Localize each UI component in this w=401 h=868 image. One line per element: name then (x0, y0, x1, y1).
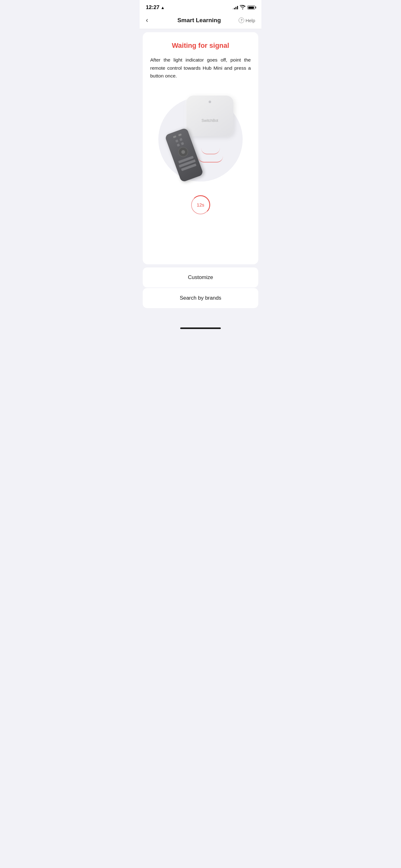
battery-fill (248, 6, 254, 9)
remote-btn-row-2 (176, 142, 183, 147)
timer-value: 12s (197, 202, 204, 208)
page-title: Smart Learning (177, 17, 221, 24)
remote-btn-row-1 (175, 138, 182, 143)
hub-brand-label: SwitchBot (201, 118, 218, 123)
remote-med-btn-3 (176, 144, 179, 147)
hub-led (209, 101, 211, 103)
status-bar: 12:27 ▲ (140, 0, 261, 13)
remote-bottom-buttons (177, 155, 198, 172)
wifi-icon (240, 5, 245, 10)
status-time: 12:27 ▲ (146, 4, 165, 11)
timer-circle: 12s (191, 195, 210, 214)
remote-top-buttons (173, 133, 181, 138)
remote-med-btn-2 (179, 138, 182, 141)
instruction-text: After the light indicator goes off, poin… (150, 56, 251, 80)
time-display: 12:27 (146, 4, 159, 11)
waiting-title: Waiting for signal (150, 41, 251, 50)
search-by-brands-button[interactable]: Search by brands (143, 288, 258, 308)
help-icon: ? (239, 18, 244, 23)
signal-waves (198, 148, 223, 164)
battery-icon (247, 6, 255, 9)
content-spacer (150, 227, 251, 252)
signal-bar-4 (237, 6, 238, 9)
help-label: Help (245, 18, 255, 23)
customize-button[interactable]: Customize (143, 268, 258, 287)
home-bar (180, 328, 221, 329)
signal-bar-3 (235, 7, 236, 9)
main-content-card: Waiting for signal After the light indic… (143, 32, 258, 264)
nav-bar: ‹ Smart Learning ? Help (140, 13, 261, 29)
remote-center-button (177, 146, 190, 158)
search-by-brands-label: Search by brands (179, 295, 221, 301)
customize-label: Customize (188, 274, 213, 280)
wave-arc-2 (198, 156, 223, 162)
back-button[interactable]: ‹ (146, 16, 160, 24)
hub-mini-device: SwitchBot (187, 96, 233, 136)
signal-bar-2 (234, 8, 235, 9)
remote-med-btn-4 (181, 142, 184, 145)
remote-center-inner (180, 150, 185, 154)
location-icon: ▲ (161, 5, 165, 10)
signal-bar-1 (232, 8, 233, 9)
status-icons (232, 5, 255, 10)
bottom-section: Customize Search by brands (140, 268, 261, 321)
remote-btn-2 (178, 133, 181, 136)
remote-med-btn-1 (175, 140, 178, 143)
timer-container: 12s (150, 195, 251, 214)
wave-arc-1 (201, 148, 220, 154)
remote-btn-1 (173, 135, 176, 138)
device-illustration: SwitchBot (150, 89, 251, 189)
signal-icon (232, 6, 238, 9)
help-button[interactable]: ? Help (239, 18, 255, 23)
home-indicator (140, 321, 261, 332)
